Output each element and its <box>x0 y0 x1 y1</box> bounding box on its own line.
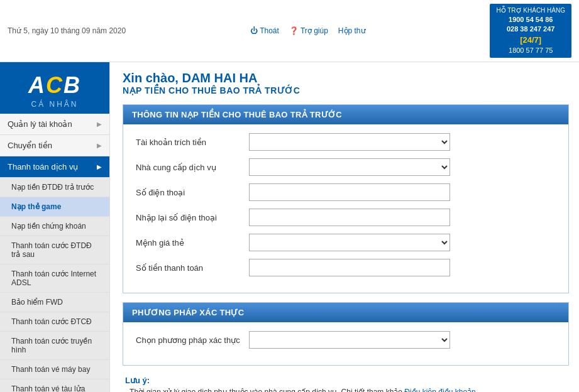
phone-confirm-row: Nhập lại số điện thoại <box>136 209 556 226</box>
sidebar-subitem-landline[interactable]: Thanh toán cước ĐTCĐ <box>0 312 109 332</box>
provider-select[interactable] <box>249 158 450 176</box>
sidebar: ACB CÁ NHÂN Quản lý tài khoản ▶ Chuyển t… <box>0 62 110 392</box>
amount-control <box>249 259 450 276</box>
power-icon: ⏻ <box>250 26 258 35</box>
auth-method-control <box>249 331 450 349</box>
date-display: Thứ 5, ngày 10 tháng 09 năm 2020 <box>8 26 126 35</box>
help-icon: ❓ <box>289 26 299 35</box>
provider-control <box>249 158 450 176</box>
sidebar-item-transfer[interactable]: Chuyển tiền ▶ <box>0 135 109 156</box>
sidebar-subitem-game-card[interactable]: Nạp thẻ game <box>0 197 109 217</box>
sidebar-item-payment[interactable]: Thanh toán dịch vụ ▶ <box>0 156 109 178</box>
auth-method-row: Chọn phương pháp xác thực <box>136 331 556 349</box>
card-value-label: Mệnh giá thẻ <box>136 238 249 248</box>
amount-label: Số tiền thanh toán <box>136 263 249 273</box>
sidebar-item-label: Chuyển tiền <box>8 141 52 150</box>
note-text: - Thời gian xử lý giao dịch phụ thuộc và… <box>125 388 566 392</box>
sidebar-item-label: Thanh toán dịch vụ <box>8 162 78 172</box>
account-control <box>249 133 450 151</box>
greeting-hello: Xin chào, DAM HAI HA <box>123 71 569 85</box>
note-section: Lưu ý: - Thời gian xử lý giao dịch phụ t… <box>123 376 569 392</box>
form-section-header: THÔNG TIN NẠP TIỀN CHO THUÊ BAO TRẢ TRƯỚ… <box>123 105 568 124</box>
phone-control <box>249 183 450 201</box>
amount-input[interactable] <box>249 259 450 276</box>
greeting-action: NẠP TIỀN CHO THUÊ BAO TRẢ TRƯỚC <box>123 85 569 95</box>
top-nav: ⏻ Thoát ❓ Trợ giúp Hộp thư <box>250 26 366 35</box>
mailbox-link[interactable]: Hộp thư <box>338 26 366 35</box>
acb-logo-text: ACB <box>6 72 103 99</box>
auth-section-body: Chọn phương pháp xác thực <box>123 322 568 365</box>
arrow-icon: ▶ <box>97 163 102 170</box>
form-section-body: Tài khoản trích tiền Nhà cung cấp dịch v… <box>123 124 568 293</box>
auth-section-header: PHƯƠNG PHÁP XÁC THỰC <box>123 303 568 322</box>
note-label: Lưu ý: <box>125 376 150 385</box>
sidebar-subitem-flight[interactable]: Thanh toán vé máy bay <box>0 360 109 379</box>
terms-link[interactable]: Điều kiện điều khoản <box>404 388 475 392</box>
logout-link[interactable]: ⏻ Thoát <box>250 26 279 35</box>
provider-label: Nhà cung cấp dịch vụ <box>136 163 249 172</box>
auth-method-select[interactable] <box>249 331 450 349</box>
account-label: Tài khoản trích tiền <box>136 138 249 147</box>
auth-section-box: PHƯƠNG PHÁP XÁC THỰC Chọn phương pháp xá… <box>123 302 569 366</box>
form-section-box: THÔNG TIN NẠP TIỀN CHO THUÊ BAO TRẢ TRƯỚ… <box>123 104 569 293</box>
card-value-select[interactable] <box>249 234 450 251</box>
sidebar-subtitle: CÁ NHÂN <box>6 100 103 109</box>
phone-confirm-control <box>249 209 450 226</box>
card-value-control <box>249 234 450 251</box>
sidebar-item-label: Quản lý tài khoản <box>8 119 72 129</box>
arrow-icon: ▶ <box>97 121 102 128</box>
phone-input[interactable] <box>249 183 450 201</box>
phone-confirm-label: Nhập lại số điện thoại <box>136 213 249 222</box>
greeting-section: Xin chào, DAM HAI HA NẠP TIỀN CHO THUÊ B… <box>123 62 569 98</box>
sidebar-menu: Quản lý tài khoản ▶ Chuyển tiền ▶ Thanh … <box>0 114 109 392</box>
help-link[interactable]: ❓ Trợ giúp <box>289 26 328 35</box>
hotline-box: HỖ TRỢ KHÁCH HÀNG 1900 54 54 86 028 38 2… <box>490 4 571 58</box>
sidebar-subitem-tv[interactable]: Thanh toán cước truyền hình <box>0 332 109 360</box>
main-content: Xin chào, DAM HAI HA NẠP TIỀN CHO THUÊ B… <box>110 62 579 392</box>
auth-method-label: Chọn phương pháp xác thực <box>136 335 249 345</box>
sidebar-item-accounts[interactable]: Quản lý tài khoản ▶ <box>0 114 109 135</box>
phone-confirm-input[interactable] <box>249 209 450 226</box>
card-value-row: Mệnh giá thẻ <box>136 234 556 251</box>
arrow-icon: ▶ <box>97 142 102 149</box>
sidebar-logo: ACB CÁ NHÂN <box>0 62 109 114</box>
phone-row: Số điện thoại <box>136 183 556 201</box>
sidebar-subitem-insurance[interactable]: Bảo hiểm FWD <box>0 293 109 312</box>
top-bar: Thứ 5, ngày 10 tháng 09 năm 2020 ⏻ Thoát… <box>0 0 579 62</box>
sidebar-subitem-stock[interactable]: Nạp tiền chứng khoán <box>0 217 109 236</box>
phone-label: Số điện thoại <box>136 188 249 197</box>
sidebar-subitem-train[interactable]: Thanh toán vé tàu lửa <box>0 379 109 392</box>
account-select[interactable] <box>249 133 450 151</box>
sidebar-subitem-internet[interactable]: Thanh toán cước Internet ADSL <box>0 264 109 293</box>
account-row: Tài khoản trích tiền <box>136 133 556 151</box>
sidebar-subitem-topup-prepaid[interactable]: Nạp tiền ĐTDĐ trả trước <box>0 178 109 197</box>
amount-row: Số tiền thanh toán <box>136 259 556 276</box>
sidebar-subitem-postpaid[interactable]: Thanh toán cước ĐTDĐ trả sau <box>0 236 109 264</box>
provider-row: Nhà cung cấp dịch vụ <box>136 158 556 176</box>
